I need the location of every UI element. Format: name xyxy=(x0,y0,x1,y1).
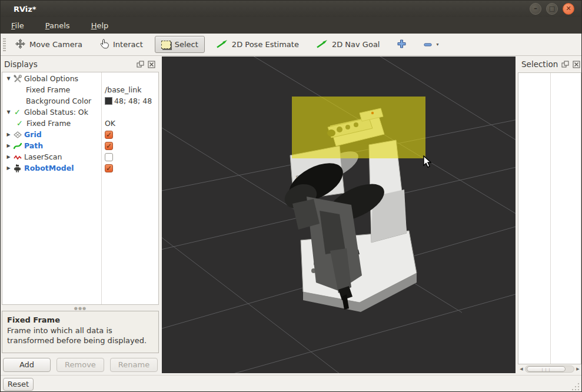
status-ok-check-icon: ✓ xyxy=(15,119,24,128)
add-button[interactable]: Add xyxy=(3,358,51,372)
fixed-frame-value[interactable]: /base_link xyxy=(105,85,141,94)
titlebar: RViz* – □ ✕ xyxy=(1,1,581,17)
laserscan-display-icon xyxy=(13,152,22,161)
scrollbar-track[interactable]: | | | xyxy=(525,366,574,373)
expander-closed-icon[interactable]: ▶ xyxy=(6,132,11,137)
chevron-down-icon: ▾ xyxy=(436,42,438,47)
color-swatch xyxy=(105,97,112,105)
tree-row-laserscan[interactable]: ▶ LaserScan xyxy=(2,151,158,162)
tree-row-path[interactable]: ▶ Path xyxy=(2,140,158,151)
move-camera-tool[interactable]: Move Camera xyxy=(9,35,88,54)
expander-open-icon[interactable]: ▼ xyxy=(6,109,11,115)
help-text: Frame into which all data is transformed… xyxy=(7,325,154,346)
tree-row-global-status[interactable]: ▼ ✓ Global Status: Ok xyxy=(2,107,158,118)
statusbar: Reset xyxy=(1,375,581,392)
move-camera-label: Move Camera xyxy=(29,40,82,49)
row-label: Path xyxy=(24,141,43,150)
maximize-button[interactable]: □ xyxy=(546,3,558,15)
selection-panel-title: Selection xyxy=(521,59,558,69)
scrollbar-thumb[interactable]: | | | xyxy=(527,366,566,372)
displays-panel-title: Displays xyxy=(4,59,133,69)
selection-hscrollbar: ◀ | | | ▶ xyxy=(518,365,581,373)
panel-splitter-handle[interactable]: ●●● xyxy=(2,306,159,311)
selection-column-divider xyxy=(550,73,551,364)
select-rect-icon xyxy=(161,41,171,49)
plus-icon xyxy=(397,39,406,50)
minus-icon xyxy=(424,40,432,49)
help-title: Fixed Frame xyxy=(7,315,154,325)
interact-label: Interact xyxy=(113,40,143,49)
select-label: Select xyxy=(175,40,198,49)
robot-model-icon xyxy=(13,164,22,172)
robotmodel-checkbox[interactable] xyxy=(105,164,113,172)
selection-list[interactable] xyxy=(518,72,581,364)
pose-estimate-tool[interactable]: 2D Pose Estimate xyxy=(211,36,305,54)
add-tool-button[interactable] xyxy=(391,36,412,54)
row-label: Grid xyxy=(24,130,42,139)
row-label: Global Status: Ok xyxy=(24,108,88,117)
interact-hand-icon xyxy=(100,39,109,51)
row-label: LaserScan xyxy=(24,152,62,161)
tree-row-global-options[interactable]: ▼ Global Options xyxy=(2,73,158,84)
row-label: RobotModel xyxy=(24,164,74,172)
nav-goal-label: 2D Nav Goal xyxy=(332,40,380,49)
tree-row-background-color[interactable]: Background Color 48; 48; 48 xyxy=(2,95,158,107)
reset-button[interactable]: Reset xyxy=(3,378,34,391)
select-tool[interactable]: Select xyxy=(155,36,205,53)
resize-grip[interactable] xyxy=(571,383,580,391)
tools-icon xyxy=(13,74,22,83)
window-controls: – □ ✕ xyxy=(530,3,574,15)
scroll-right-arrow-icon[interactable]: ▶ xyxy=(574,366,581,373)
tree-row-robotmodel[interactable]: ▶ RobotModel xyxy=(2,162,158,174)
scroll-left-arrow-icon[interactable]: ◀ xyxy=(518,366,525,373)
row-label: Fixed Frame xyxy=(26,119,71,128)
fixed-frame-status-value: OK xyxy=(105,119,115,128)
minimize-button[interactable]: – xyxy=(530,3,541,15)
path-checkbox[interactable] xyxy=(105,142,113,150)
move-camera-icon xyxy=(15,39,25,51)
row-label: Background Color xyxy=(26,97,91,105)
green-arrow-icon xyxy=(317,39,328,50)
menu-panels[interactable]: Panels xyxy=(43,20,72,31)
path-display-icon xyxy=(13,141,22,150)
displays-panel: Displays ▼ xyxy=(1,57,160,373)
tree-row-fixed-frame[interactable]: Fixed Frame /base_link xyxy=(2,84,158,95)
expander-closed-icon[interactable]: ▶ xyxy=(6,143,11,148)
green-arrow-icon xyxy=(217,39,228,50)
background-color-value: 48; 48; 48 xyxy=(114,97,152,105)
menu-file[interactable]: File xyxy=(9,20,26,31)
undock-panel-icon[interactable] xyxy=(561,61,569,68)
3d-viewport[interactable]: PR2 xyxy=(162,57,516,373)
close-panel-icon[interactable] xyxy=(148,61,155,68)
pose-estimate-label: 2D Pose Estimate xyxy=(232,40,299,49)
close-panel-icon[interactable] xyxy=(573,61,580,68)
grid-checkbox[interactable] xyxy=(105,131,113,139)
undock-panel-icon[interactable] xyxy=(137,61,144,68)
selection-rubber-band xyxy=(292,97,425,158)
status-ok-check-icon: ✓ xyxy=(13,108,22,117)
expander-open-icon[interactable]: ▼ xyxy=(6,76,11,81)
rename-button: Rename xyxy=(110,358,158,372)
toolbar-drag-handle[interactable] xyxy=(3,38,6,51)
interact-tool[interactable]: Interact xyxy=(94,35,149,54)
expander-closed-icon[interactable]: ▶ xyxy=(6,154,11,160)
toolbar: Move Camera Interact Select 2D Pose Esti… xyxy=(1,34,581,56)
nav-goal-tool[interactable]: 2D Nav Goal xyxy=(311,36,386,54)
row-label: Fixed Frame xyxy=(26,85,70,94)
row-label: Global Options xyxy=(24,74,78,83)
remove-button: Remove xyxy=(56,358,104,372)
grid-display-icon xyxy=(13,130,22,139)
close-button[interactable]: ✕ xyxy=(563,3,574,15)
tree-row-fixed-frame-status[interactable]: ✓ Fixed Frame OK xyxy=(2,118,158,129)
tree-row-grid[interactable]: ▶ Grid xyxy=(2,129,158,140)
remove-tool-button[interactable]: ▾ xyxy=(418,36,444,52)
window-title: RViz* xyxy=(14,5,36,14)
displays-buttons: Add Remove Rename xyxy=(1,357,160,373)
expander-closed-icon[interactable]: ▶ xyxy=(6,165,11,171)
laserscan-checkbox[interactable] xyxy=(105,153,113,161)
displays-tree: ▼ Global Options Fixed Frame /base_link … xyxy=(2,72,159,305)
menu-help[interactable]: Help xyxy=(89,20,111,31)
menubar: File Panels Help xyxy=(1,17,581,34)
property-help-box: Fixed Frame Frame into which all data is… xyxy=(2,311,159,353)
rviz-window: { "window": { "title": "RViz*" }, "menu"… xyxy=(0,0,582,392)
